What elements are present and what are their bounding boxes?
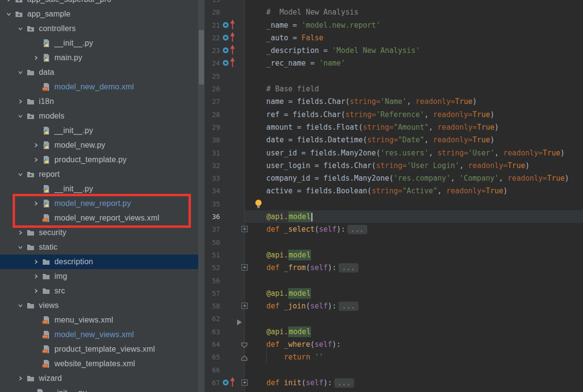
code-line-67[interactable]: 67+ def init(self):...	[205, 376, 583, 389]
tree-item-src[interactable]: src	[0, 284, 205, 298]
tree-item-main-py[interactable]: main.py	[0, 51, 205, 65]
override-marker-icon[interactable]	[223, 379, 235, 388]
tree-item-init-py[interactable]: __init__.py	[0, 36, 205, 51]
folded-code-placeholder[interactable]: ...	[347, 225, 367, 234]
tree-scrollbar-thumb[interactable]	[199, 30, 204, 85]
code-line-30[interactable]: 30 date = fields.Datetime(string="Date",…	[205, 134, 583, 146]
tree-item-model-new-demo-xml[interactable]: <>model_new_demo.xml	[0, 80, 205, 94]
code-line-26[interactable]: 26 # Base field	[205, 83, 583, 95]
fold-expand-icon[interactable]: +	[241, 379, 248, 386]
tree-item-app-sample[interactable]: app_sample	[0, 7, 205, 21]
override-marker-icon[interactable]	[223, 60, 235, 68]
code-line-62[interactable]: 62	[205, 312, 583, 325]
override-marker-icon[interactable]	[223, 34, 235, 43]
tree-item-controllers[interactable]: controllers	[0, 21, 205, 36]
line-number: 66	[205, 364, 220, 376]
code-line-50[interactable]: 50	[205, 236, 583, 249]
code-token: user_id = fields.Many2one(	[249, 149, 380, 157]
override-marker-icon[interactable]	[223, 47, 235, 55]
chevron-collapsed-icon[interactable]	[16, 94, 25, 109]
chevron-expanded-icon[interactable]	[16, 65, 25, 80]
chevron-collapsed-icon[interactable]	[31, 153, 41, 167]
tree-indent	[0, 291, 31, 291]
code-token: readonly=	[503, 149, 543, 157]
code-line-22[interactable]: 22 _auto = False	[205, 32, 583, 44]
code-line-51[interactable]: 51 @api.model	[205, 249, 583, 261]
chevron-collapsed-icon[interactable]	[31, 284, 41, 298]
fold-expand-icon[interactable]: +	[241, 226, 248, 232]
tree-item-models[interactable]: models	[0, 109, 205, 123]
tree-item-description[interactable]: description	[0, 255, 205, 269]
tree-item-website-templates-xml[interactable]: <>website_templates.xml	[0, 357, 205, 371]
intention-bulb-icon[interactable]	[255, 199, 262, 210]
code-line-27[interactable]: 27 name = fields.Char(string='Name', rea…	[205, 95, 583, 108]
folded-code-placeholder[interactable]: ...	[339, 263, 359, 273]
code-token: ,	[424, 136, 433, 144]
code-line-34[interactable]: 34 active = fields.Boolean(string="Activ…	[205, 185, 583, 197]
tree-indent	[0, 247, 16, 248]
chevron-expanded-icon[interactable]	[16, 167, 25, 182]
tree-item-product-template-py[interactable]: product_template.py	[0, 153, 205, 167]
fold-open-bottom-icon[interactable]	[241, 354, 248, 363]
chevron-expanded-icon[interactable]	[16, 298, 25, 313]
code-line-56[interactable]: 56	[205, 274, 583, 287]
fold-open-top-icon[interactable]	[241, 341, 248, 350]
tree-item-i18n[interactable]: i18n	[0, 94, 205, 109]
code-line-21[interactable]: 21 _name = 'model.new.report'	[205, 19, 583, 32]
code-line-24[interactable]: 24 _rec_name = 'name'	[205, 57, 583, 69]
code-token	[249, 353, 284, 361]
chevron-expanded-icon[interactable]	[16, 21, 25, 36]
code-line-37[interactable]: 37+ def _select(self):...	[205, 223, 583, 236]
tree-item-label: wizard	[39, 374, 62, 383]
chevron-collapsed-icon[interactable]	[4, 0, 14, 7]
tree-item-views[interactable]: views	[0, 298, 205, 313]
tree-item-init-py[interactable]: __init__.py	[0, 386, 205, 392]
tree-item-menu-views-xml[interactable]: <>menu_views.xml	[0, 313, 205, 327]
chevron-collapsed-icon[interactable]	[31, 138, 41, 153]
tree-item-model-new-py[interactable]: model_new.py	[0, 138, 205, 153]
fold-expand-icon[interactable]: +	[241, 264, 248, 271]
code-line-29[interactable]: 29 amount = fields.Float(string="Amount"…	[205, 121, 583, 134]
code-line-28[interactable]: 28 ref = fields.Char(string='Reference',…	[205, 108, 583, 121]
tree-item-data[interactable]: data	[0, 65, 205, 80]
code-line-33[interactable]: 33 company_id = fields.Many2one('res.com…	[205, 172, 583, 185]
tree-item-product-template-views-xml[interactable]: <>product_template_views.xml	[0, 342, 205, 357]
tree-item-static[interactable]: static	[0, 240, 205, 255]
code-line-23[interactable]: 23 _description = 'Model New Analysis'	[205, 44, 583, 57]
chevron-collapsed-icon[interactable]	[16, 371, 25, 386]
code-line-66[interactable]: 66	[205, 364, 583, 376]
chevron-expanded-icon[interactable]	[16, 240, 25, 255]
fold-expand-icon[interactable]: +	[241, 303, 248, 309]
code-line-35[interactable]: 35	[205, 198, 583, 210]
code-line-31[interactable]: 31 user_id = fields.Many2one('res.users'…	[205, 147, 583, 159]
code-area[interactable]: 1920 # Model New Analysis21 _name = 'mod…	[205, 0, 583, 389]
chevron-expanded-icon[interactable]	[4, 7, 14, 21]
chevron-collapsed-icon[interactable]	[31, 51, 41, 65]
tree-item-label: src	[54, 287, 65, 295]
code-line-25[interactable]: 25	[205, 70, 583, 83]
folded-code-placeholder[interactable]: ...	[334, 378, 354, 388]
override-marker-icon[interactable]	[223, 22, 235, 30]
code-line-65[interactable]: 65 return ''	[205, 351, 583, 363]
tree-item-app-sale-superbar-pro[interactable]: app_sale_superbar_pro	[0, 0, 205, 7]
tree-item-img[interactable]: img	[0, 269, 205, 284]
folded-code-placeholder[interactable]: ...	[339, 302, 359, 311]
svg-text:<>: <>	[43, 349, 47, 353]
code-editor[interactable]: 1920 # Model New Analysis21 _name = 'mod…	[205, 0, 583, 392]
tree-item-init-py[interactable]: __init__.py	[0, 123, 205, 138]
code-line-52[interactable]: 52+ def _from(self):...	[205, 261, 583, 274]
tree-item-model-new-views-xml[interactable]: <>model_new_views.xml	[0, 327, 205, 342]
code-line-57[interactable]: 57 @api.model	[205, 287, 583, 300]
code-line-19[interactable]: 19	[205, 0, 583, 6]
tree-item-report[interactable]: report	[0, 167, 205, 182]
code-line-32[interactable]: 32 user_login = fields.Char(string='User…	[205, 159, 583, 172]
code-line-20[interactable]: 20 # Model New Analysis	[205, 6, 583, 18]
code-line-64[interactable]: 64 def _where(self):	[205, 338, 583, 351]
chevron-expanded-icon[interactable]	[16, 109, 25, 123]
code-line-58[interactable]: 58+ def _join(self):...	[205, 300, 583, 312]
chevron-collapsed-icon[interactable]	[31, 269, 41, 284]
code-line-36[interactable]: 36 @api.model	[205, 210, 583, 223]
tree-item-wizard[interactable]: wizard	[0, 371, 205, 386]
code-line-63[interactable]: 63 @api.model	[205, 325, 583, 338]
chevron-collapsed-icon[interactable]	[31, 255, 41, 269]
